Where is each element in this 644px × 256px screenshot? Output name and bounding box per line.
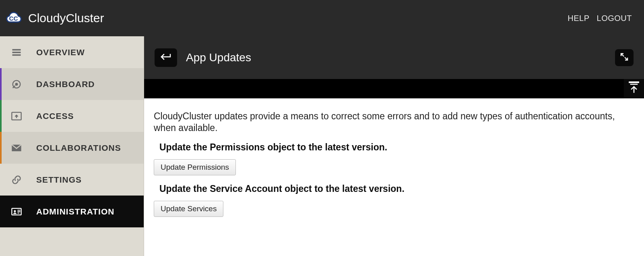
brand-name: CloudyCluster (28, 11, 104, 25)
expand-icon (620, 53, 628, 62)
sidebar-item-access[interactable]: ACCESS (0, 100, 144, 132)
svg-point-6 (14, 210, 16, 212)
dashboard-icon (10, 78, 23, 90)
sidebar-item-label: OVERVIEW (36, 48, 85, 57)
section-services: Update the Service Account object to the… (154, 183, 632, 217)
sidebar-item-settings[interactable]: SETTINGS (0, 164, 144, 196)
link-icon (10, 174, 23, 186)
drawer-bar-icon (629, 81, 639, 83)
sidebar-item-label: ACCESS (36, 111, 74, 121)
topbar-right: HELP LOGOUT (568, 14, 632, 23)
sidebar-item-label: SETTINGS (36, 175, 82, 185)
id-card-icon (10, 206, 23, 218)
cloudycluster-logo-icon: CC (5, 10, 23, 26)
sidebar-item-label: COLLABORATIONS (36, 143, 121, 153)
back-button[interactable] (155, 48, 177, 67)
ribbon-strip (144, 79, 644, 98)
sidebar-item-overview[interactable]: OVERVIEW (0, 36, 144, 68)
section-permissions: Update the Permissions object to the lat… (154, 142, 632, 175)
section-heading: Update the Permissions object to the lat… (159, 142, 632, 153)
intro-text: CloudyCluster updates provide a means to… (154, 110, 629, 134)
upload-arrow-icon (630, 83, 638, 95)
page-header: App Updates (144, 36, 644, 79)
sidebar-item-label: ADMINISTRATION (36, 207, 114, 216)
update-services-button[interactable]: Update Services (154, 201, 223, 217)
svg-point-2 (15, 83, 18, 85)
content: CloudyCluster updates provide a means to… (144, 98, 644, 256)
hamburger-icon (10, 46, 23, 58)
page-title: App Updates (186, 51, 251, 64)
logout-link[interactable]: LOGOUT (597, 14, 632, 23)
fullscreen-button[interactable] (615, 49, 634, 66)
mail-icon (10, 142, 23, 154)
access-icon (10, 110, 23, 122)
sidebar-item-collaborations[interactable]: COLLABORATIONS (0, 132, 144, 164)
drawer-toggle-button[interactable] (624, 79, 644, 98)
help-link[interactable]: HELP (568, 14, 589, 23)
brand: CC CloudyCluster (5, 10, 104, 26)
sidebar-item-dashboard[interactable]: DASHBOARD (0, 68, 144, 100)
back-arrow-icon (161, 53, 171, 62)
svg-text:CC: CC (9, 15, 18, 22)
sidebar-item-administration[interactable]: ADMINISTRATION (0, 196, 144, 227)
main: App Updates CloudyCluster updates provid… (144, 36, 644, 256)
topbar: CC CloudyCluster HELP LOGOUT (0, 0, 644, 36)
sidebar-item-label: DASHBOARD (36, 79, 95, 89)
sidebar: OVERVIEW DASHBOARD ACCESS COLLABORATIONS (0, 36, 144, 256)
section-heading: Update the Service Account object to the… (159, 183, 632, 194)
update-permissions-button[interactable]: Update Permissions (154, 159, 236, 175)
